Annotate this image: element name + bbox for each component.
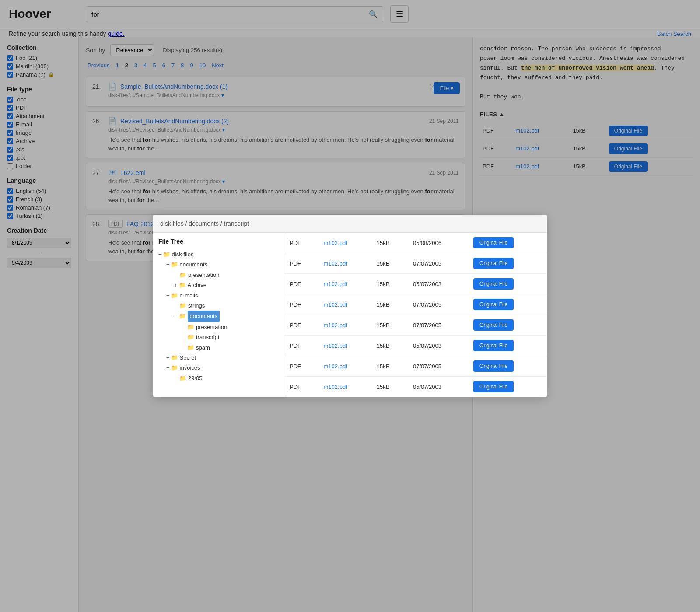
modal-file-5-size: 15kB — [371, 315, 408, 336]
tree-disk-files: − 📁 disk files − 📁 documents — [158, 249, 279, 383]
modal-file-2-type: PDF — [284, 253, 318, 274]
folder-secret-label[interactable]: Secret — [180, 353, 196, 363]
folder-invoices-icon: 📁 — [171, 363, 178, 373]
folder-spam-icon: 📁 — [187, 343, 194, 353]
folder-presentation-2-label[interactable]: presentation — [196, 322, 228, 332]
modal-file-3-type: PDF — [284, 274, 318, 294]
modal-file-row-8: PDF m102.pdf 15kB 05/07/2003 Original Fi… — [284, 377, 547, 397]
folder-disk-files-icon: 📁 — [163, 249, 170, 259]
modal-file-1-size: 15kB — [371, 233, 408, 253]
folder-documents-selected-icon: 📁 — [179, 311, 186, 321]
modal-file-row-6: PDF m102.pdf 15kB 05/07/2003 Original Fi… — [284, 336, 547, 356]
modal-file-7-type: PDF — [284, 356, 318, 377]
modal-file-3-size: 15kB — [371, 274, 408, 294]
modal-file-3-orig-btn[interactable]: Original File — [473, 278, 514, 290]
toggle-documents[interactable]: − — [166, 259, 170, 269]
modal-file-row-7: PDF m102.pdf 15kB 07/07/2005 Original Fi… — [284, 356, 547, 377]
folder-emails-icon: 📁 — [171, 290, 178, 301]
modal-file-5-type: PDF — [284, 315, 318, 336]
modal-file-5-orig-btn[interactable]: Original File — [473, 319, 514, 331]
file-tree-title: File Tree — [158, 238, 279, 245]
modal-file-8-date: 05/07/2003 — [408, 377, 468, 397]
modal-file-1-orig-btn[interactable]: Original File — [473, 237, 514, 248]
folder-spam-label[interactable]: spam — [196, 343, 210, 353]
file-list-panel: PDF m102.pdf 15kB 05/08/2006 Original Fi… — [284, 233, 547, 397]
folder-documents-selected-label[interactable]: documents — [188, 311, 220, 322]
toggle-archive[interactable]: + — [174, 280, 178, 290]
folder-transcript-label[interactable]: transcript — [196, 332, 219, 342]
modal-file-row-4: PDF m102.pdf 15kB 07/07/2005 Original Fi… — [284, 294, 547, 315]
modal-file-3-date: 05/07/2003 — [408, 274, 468, 294]
folder-archive-label[interactable]: Archive — [188, 280, 206, 290]
modal-file-6-orig-btn[interactable]: Original File — [473, 340, 514, 351]
modal-file-1-date: 05/08/2006 — [408, 233, 468, 253]
file-tree-modal: disk files / documents / transcript File… — [153, 215, 547, 397]
modal-file-8-link[interactable]: m102.pdf — [324, 384, 347, 390]
modal-file-4-date: 07/07/2005 — [408, 294, 468, 315]
modal-file-1-type: PDF — [284, 233, 318, 253]
modal-file-row-2: PDF m102.pdf 15kB 07/07/2005 Original Fi… — [284, 253, 547, 274]
modal-file-2-link[interactable]: m102.pdf — [324, 260, 347, 267]
modal-file-8-size: 15kB — [371, 377, 408, 397]
file-list-table: PDF m102.pdf 15kB 05/08/2006 Original Fi… — [284, 233, 547, 397]
folder-secret-icon: 📁 — [171, 353, 178, 363]
folder-invoices-label[interactable]: invoices — [180, 363, 200, 373]
modal-file-6-size: 15kB — [371, 336, 408, 356]
folder-archive-icon: 📁 — [179, 280, 186, 290]
modal-file-8-orig-btn[interactable]: Original File — [473, 381, 514, 392]
toggle-emails[interactable]: − — [166, 290, 170, 301]
modal-file-6-type: PDF — [284, 336, 318, 356]
modal-file-7-size: 15kB — [371, 356, 408, 377]
modal-file-2-orig-btn[interactable]: Original File — [473, 258, 514, 269]
modal-overlay[interactable]: disk files / documents / transcript File… — [0, 0, 700, 612]
modal-file-4-size: 15kB — [371, 294, 408, 315]
modal-file-6-link[interactable]: m102.pdf — [324, 343, 347, 349]
modal-file-3-link[interactable]: m102.pdf — [324, 281, 347, 287]
folder-emails-label[interactable]: e-mails — [180, 290, 198, 301]
modal-file-2-date: 07/07/2005 — [408, 253, 468, 274]
modal-file-7-orig-btn[interactable]: Original File — [473, 360, 514, 372]
modal-body: File Tree − 📁 disk files − 📁 documents — [153, 233, 547, 397]
folder-presentation-1-label[interactable]: presentation — [188, 270, 220, 280]
modal-file-2-size: 15kB — [371, 253, 408, 274]
folder-2905-label[interactable]: 29/05 — [188, 373, 203, 383]
modal-file-row-1: PDF m102.pdf 15kB 05/08/2006 Original Fi… — [284, 233, 547, 253]
toggle-documents-selected[interactable]: − — [174, 311, 178, 321]
folder-presentation-2-icon: 📁 — [187, 322, 194, 332]
folder-documents-label[interactable]: documents — [180, 259, 208, 269]
modal-header: disk files / documents / transcript — [153, 215, 547, 233]
folder-disk-files-label[interactable]: disk files — [172, 249, 194, 259]
file-tree-panel: File Tree − 📁 disk files − 📁 documents — [153, 233, 284, 397]
toggle-secret[interactable]: + — [166, 353, 170, 363]
folder-strings-label[interactable]: strings — [188, 301, 205, 311]
modal-file-7-link[interactable]: m102.pdf — [324, 363, 347, 370]
folder-documents-icon: 📁 — [171, 259, 178, 269]
modal-file-4-orig-btn[interactable]: Original File — [473, 299, 514, 310]
modal-file-8-type: PDF — [284, 377, 318, 397]
modal-file-4-link[interactable]: m102.pdf — [324, 301, 347, 308]
modal-file-4-type: PDF — [284, 294, 318, 315]
modal-file-7-date: 07/07/2005 — [408, 356, 468, 377]
folder-strings-icon: 📁 — [179, 301, 186, 311]
folder-presentation-1-icon: 📁 — [179, 270, 186, 280]
modal-file-5-link[interactable]: m102.pdf — [324, 322, 347, 329]
folder-2905-icon: 📁 — [179, 373, 186, 383]
modal-file-5-date: 07/07/2005 — [408, 315, 468, 336]
folder-transcript-icon: 📁 — [187, 332, 194, 342]
modal-file-6-date: 05/07/2003 — [408, 336, 468, 356]
modal-file-row-5: PDF m102.pdf 15kB 07/07/2005 Original Fi… — [284, 315, 547, 336]
modal-file-row-3: PDF m102.pdf 15kB 05/07/2003 Original Fi… — [284, 274, 547, 294]
modal-file-1-link[interactable]: m102.pdf — [324, 240, 347, 246]
toggle-disk-files[interactable]: − — [158, 249, 162, 259]
toggle-invoices[interactable]: − — [166, 363, 170, 373]
